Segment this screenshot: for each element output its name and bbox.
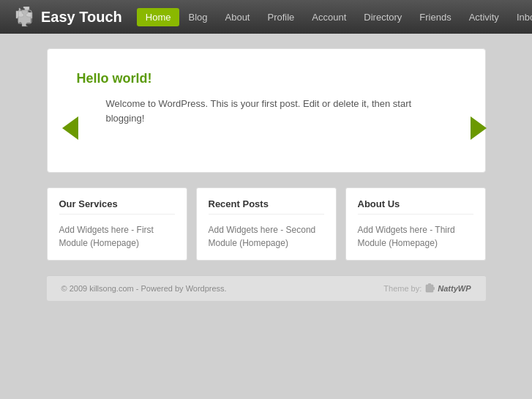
nav-item-inbox[interactable]: Inbox [508,8,532,26]
nav-item-account[interactable]: Account [303,8,355,26]
svg-rect-2 [428,283,431,286]
site-title: Easy Touch [41,9,122,26]
widget-about-us-title: About Us [358,198,473,215]
nav-item-friends[interactable]: Friends [411,8,460,26]
nav-item-activity[interactable]: Activity [460,8,508,26]
widget-services-title: Our Services [59,198,175,215]
widgets-row: Our Services Add Widgets here - First Mo… [47,187,486,261]
widget-about-us: About Us Add Widgets here - Third Module… [345,187,486,261]
footer-copyright: © 2009 killsong.com - Powered by Wordpre… [61,284,227,293]
right-arrow-icon [471,116,487,140]
header: Easy Touch Home Blog About Profile Accou… [0,0,532,34]
nav-item-about[interactable]: About [217,8,259,26]
nav-item-profile[interactable]: Profile [258,8,303,26]
post-content: Welcome to WordPress. This is your first… [106,97,427,125]
footer-theme: Theme by: NattyWP [383,283,471,294]
main-nav: Home Blog About Profile Account Director… [137,8,532,26]
nav-item-home[interactable]: Home [137,8,180,26]
main-content: Hello world! Welcome to WordPress. This … [47,48,486,173]
post-title: Hello world! [77,71,456,86]
footer-theme-label: Theme by: [383,284,422,293]
widget-services-content: Add Widgets here - First Module (Homepag… [59,223,175,250]
widget-recent-posts-title: Recent Posts [209,198,324,215]
widget-recent-posts-content: Add Widgets here - Second Module (Homepa… [209,223,324,250]
widget-about-us-content: Add Widgets here - Third Module (Homepag… [358,223,473,250]
footer-puzzle-icon [424,283,435,294]
footer: © 2009 killsong.com - Powered by Wordpre… [47,275,486,301]
left-arrow-icon [62,116,78,140]
svg-rect-3 [432,287,435,290]
logo-area: Easy Touch [15,7,122,27]
widget-recent-posts: Recent Posts Add Widgets here - Second M… [196,187,337,261]
nav-item-directory[interactable]: Directory [355,8,411,26]
puzzle-icon [15,7,35,27]
footer-theme-name: NattyWP [438,284,471,293]
page-wrapper: Hello world! Welcome to WordPress. This … [47,48,486,301]
widget-services: Our Services Add Widgets here - First Mo… [47,187,187,261]
nav-item-blog[interactable]: Blog [179,8,216,26]
